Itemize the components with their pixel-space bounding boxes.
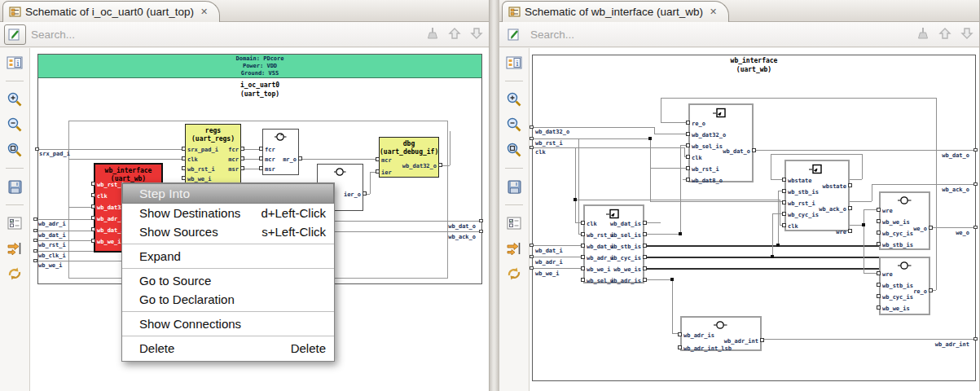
port-label[interactable]: ier bbox=[382, 167, 392, 179]
port-label[interactable]: wb_we_is bbox=[883, 217, 910, 228]
pane-divider[interactable] bbox=[490, 0, 499, 391]
edge-input-label[interactable]: wb_rst_i bbox=[38, 242, 66, 248]
port-label[interactable]: mr_o bbox=[283, 155, 296, 165]
search-options-button[interactable] bbox=[503, 24, 525, 45]
wire[interactable] bbox=[862, 154, 863, 179]
port-label[interactable]: re_o bbox=[913, 286, 926, 297]
wire[interactable] bbox=[672, 279, 673, 333]
edge-input-label[interactable]: wb_we_i bbox=[535, 270, 560, 277]
search-input[interactable] bbox=[530, 25, 840, 44]
port-label[interactable]: wbstate bbox=[822, 175, 846, 198]
tab-schematic-i-oc-uart0[interactable]: Schematic of i_oc_uart0 (uart_top) ✕ bbox=[2, 1, 220, 22]
port-label[interactable]: wbstate bbox=[789, 175, 812, 187]
block-wb-dat-register[interactable]: re_owb_dat32_owb_sel_isclkwb_rst_iwb_dat… bbox=[688, 103, 754, 182]
block-adr-logic[interactable]: wb_adr_iswb_adr_int_lsb wb_adr_int bbox=[680, 316, 762, 351]
wire[interactable] bbox=[654, 127, 655, 134]
wire[interactable] bbox=[575, 147, 576, 222]
port-label[interactable]: clk bbox=[587, 218, 597, 230]
wire[interactable] bbox=[644, 268, 879, 270]
port-label[interactable]: wb_stb_is bbox=[789, 187, 819, 198]
wire[interactable] bbox=[661, 98, 936, 99]
find-next-icon[interactable] bbox=[469, 26, 484, 41]
port-label[interactable]: fcr bbox=[228, 145, 238, 155]
port-label[interactable]: wb_adr_is bbox=[610, 275, 640, 287]
port-label[interactable]: wb_stb_is bbox=[883, 280, 913, 292]
menu-item-expand[interactable]: Expand bbox=[122, 247, 334, 266]
port-label[interactable]: wb_dat8_o bbox=[692, 175, 723, 187]
port-label[interactable]: mcr bbox=[228, 155, 238, 165]
port-label[interactable]: wb_sel_is bbox=[692, 141, 723, 152]
component-info-button[interactable]: i bbox=[504, 53, 524, 72]
wire[interactable] bbox=[650, 201, 784, 202]
trace-signal-button[interactable] bbox=[504, 239, 524, 258]
port-label[interactable]: wb_we_is bbox=[883, 303, 910, 314]
edge-output-label[interactable]: wb_ack_o bbox=[935, 187, 969, 193]
wire[interactable] bbox=[661, 122, 688, 123]
port-label[interactable]: wb_adr_is bbox=[684, 329, 714, 342]
wire[interactable] bbox=[532, 147, 684, 148]
menu-item-show-sources[interactable]: Show Sourcess+Left-Click bbox=[122, 222, 334, 241]
port-label[interactable]: wb_rst_i bbox=[98, 179, 125, 191]
wire[interactable] bbox=[644, 222, 661, 223]
wire[interactable] bbox=[644, 279, 672, 280]
edge-input-label[interactable]: wb_adr_i bbox=[38, 221, 66, 227]
port-label[interactable]: clk bbox=[188, 155, 198, 165]
port-label[interactable]: wb_cyc_is bbox=[610, 253, 640, 264]
wire[interactable] bbox=[650, 168, 688, 169]
wire[interactable] bbox=[450, 131, 450, 165]
schematic-canvas-left[interactable]: Domain: PDcorePower: VDDGround: VSS i_oc… bbox=[30, 48, 489, 391]
port-label[interactable]: wb_cyc_is bbox=[883, 228, 913, 239]
edge-input-label[interactable]: clk bbox=[535, 149, 546, 156]
port-label[interactable]: fcr bbox=[266, 145, 275, 155]
wire[interactable] bbox=[850, 179, 862, 180]
zoom-in-button[interactable] bbox=[504, 90, 524, 109]
port-label[interactable]: clk bbox=[98, 191, 108, 202]
block-input-register[interactable]: clkwb_rst_iwb_dat_iwb_adr_iwb_we_iwb_sel… bbox=[583, 204, 644, 283]
edge-input-label[interactable]: srx_pad_i bbox=[39, 151, 70, 157]
zoom-fit-button[interactable] bbox=[5, 140, 24, 160]
port-label[interactable]: wb_dat32_o bbox=[692, 130, 726, 141]
wire[interactable] bbox=[680, 145, 681, 234]
search-input[interactable] bbox=[31, 25, 341, 44]
edge-input-label[interactable]: wb_dat_i bbox=[38, 232, 66, 239]
port-label[interactable]: wb_we_is bbox=[613, 264, 640, 275]
port-label[interactable]: wb_adr_int bbox=[724, 335, 758, 348]
block-register-fcr-mcr-msr[interactable]: fcrmcrmsr mr_o bbox=[262, 129, 299, 175]
zoom-out-button[interactable] bbox=[504, 115, 524, 134]
menu-item-step-into[interactable]: Step Into bbox=[122, 183, 334, 204]
port-label[interactable]: wb_stb_is bbox=[610, 241, 640, 253]
wire[interactable] bbox=[684, 147, 685, 156]
wire[interactable] bbox=[872, 184, 976, 185]
edge-input-label[interactable]: wb_dat32_o bbox=[535, 129, 569, 135]
menu-item-show-destinations[interactable]: Show Destinationsd+Left-Click bbox=[122, 204, 334, 222]
wire[interactable] bbox=[936, 98, 937, 290]
port-label[interactable]: wb_cyc_is bbox=[883, 292, 913, 303]
wire[interactable] bbox=[654, 134, 688, 134]
port-label[interactable]: mcr bbox=[382, 155, 392, 167]
save-button[interactable] bbox=[5, 177, 24, 196]
port-label[interactable]: wb_dat_o bbox=[723, 146, 749, 157]
wire[interactable] bbox=[578, 138, 579, 234]
port-label[interactable]: wb_adr_i bbox=[98, 213, 125, 225]
edge-output-label[interactable]: wb_dat_o bbox=[935, 152, 969, 159]
port-label[interactable]: wb_dat_i bbox=[98, 225, 125, 236]
port-label[interactable]: clk bbox=[692, 152, 702, 164]
port-label[interactable]: we_o bbox=[913, 223, 926, 235]
edge-output-label[interactable]: we_o bbox=[945, 230, 969, 236]
find-next-icon[interactable] bbox=[960, 26, 974, 41]
edge-output-label[interactable]: wb_adr_int bbox=[929, 341, 969, 348]
port-label[interactable]: msr bbox=[266, 165, 275, 174]
port-label[interactable]: wre bbox=[883, 205, 893, 217]
wire[interactable] bbox=[68, 207, 94, 208]
schematic-canvas-right[interactable]: wb_interface (uart_wb) bbox=[530, 48, 979, 391]
trace-signal-button[interactable] bbox=[5, 239, 24, 258]
wire[interactable] bbox=[370, 172, 371, 194]
wire[interactable] bbox=[532, 257, 583, 257]
wire[interactable] bbox=[661, 98, 661, 122]
port-label[interactable]: mcr bbox=[266, 155, 275, 165]
reload-button[interactable] bbox=[504, 264, 524, 283]
port-label[interactable]: wre bbox=[836, 221, 846, 244]
wire[interactable] bbox=[532, 138, 650, 139]
wire[interactable] bbox=[532, 245, 583, 246]
block-dbg[interactable]: dbg(uart_debug_if) mcrier wb_dat32_o bbox=[379, 137, 439, 178]
